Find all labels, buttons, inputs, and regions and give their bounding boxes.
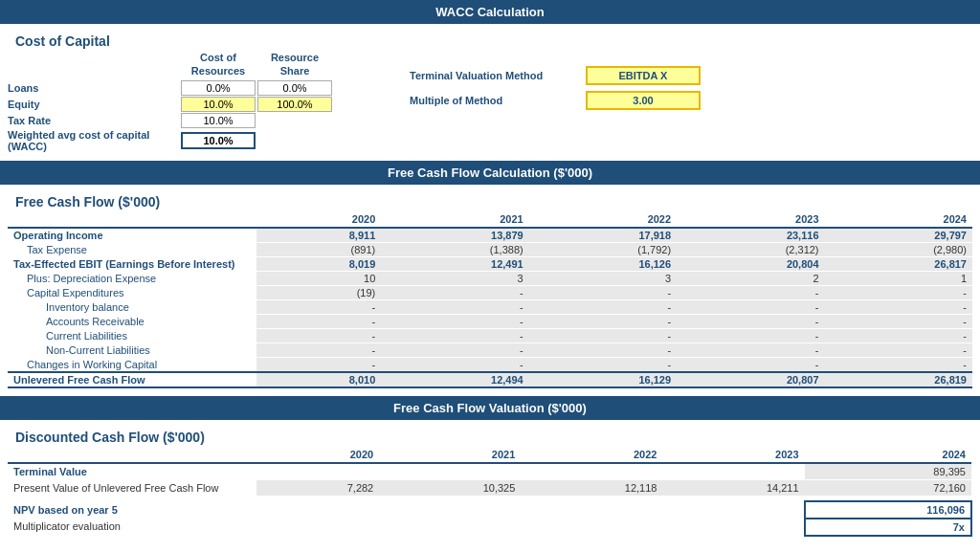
fcf-year-2024: 2024: [825, 211, 972, 228]
dcf-table: 2020 2021 2022 2023 2024 Terminal Value …: [8, 447, 972, 537]
wacc-col-headers: Cost ofResources ResourceShare: [8, 51, 371, 78]
dcf-sub-header: Discounted Cash Flow ($'000): [8, 424, 972, 447]
wacc-left: Cost ofResources ResourceShare Loans 0.0…: [8, 51, 371, 153]
dcf-year-2020: 2020: [256, 447, 379, 463]
fcf-year-2022: 2022: [529, 211, 677, 228]
fcf-current-liabilities-row: Current Liabilities - - - - -: [8, 328, 972, 342]
wacc-row-equity: Equity 10.0% 100.0%: [8, 97, 371, 112]
fcf-valuation-header: Free Cash Flow Valuation ($'000): [0, 396, 980, 420]
fcf-unlevered-fcf-row: Unlevered Free Cash Flow 8,010 12,494 16…: [8, 372, 972, 387]
wacc-sub-header: Cost of Capital: [8, 28, 972, 51]
wacc-row-taxrate: Tax Rate 10.0%: [8, 113, 371, 128]
wacc-right: Terminal Valuation Method EBITDA X Multi…: [410, 51, 701, 110]
fcf-sub-header: Free Cash Flow ($'000): [8, 188, 972, 211]
fcf-accounts-receivable-row: Accounts Receivable - - - - -: [8, 314, 972, 328]
dcf-year-2023: 2023: [662, 447, 804, 463]
fcf-noncurrent-liabilities-row: Non-Current Liabilities - - - - -: [8, 342, 972, 357]
fcf-year-2021: 2021: [381, 211, 528, 228]
fcf-depreciation-row: Plus: Depreciation Expense 10 3 3 2 1: [8, 271, 972, 285]
fcf-working-capital-row: Changes in Working Capital - - - - -: [8, 357, 972, 372]
fcf-inventory-row: Inventory balance - - - - -: [8, 299, 972, 314]
fcf-capex-row: Capital Expenditures (19) - - - -: [8, 285, 972, 299]
fcf-year-header-row: 2020 2021 2022 2023 2024: [8, 211, 972, 228]
dcf-label-col-header: [8, 447, 256, 463]
terminal-valuation-row: Terminal Valuation Method EBITDA X: [410, 66, 701, 85]
dcf-year-2022: 2022: [521, 447, 662, 463]
dcf-year-2021: 2021: [379, 447, 521, 463]
dcf-pv-fcf-row: Present Value of Unlevered Free Cash Flo…: [8, 479, 971, 496]
fcf-calc-section: Free Cash Flow ($'000) 2020 2021 2022 20…: [0, 185, 980, 396]
fcf-operating-income-row: Operating Income 8,911 13,879 17,918 23,…: [8, 228, 972, 243]
wacc-row-loans: Loans 0.0% 0.0%: [8, 80, 371, 96]
multiple-method-row: Multiple of Method 3.00: [410, 91, 701, 110]
wacc-section-header: WACC Calculation: [0, 0, 980, 24]
fcf-year-2023: 2023: [677, 211, 824, 228]
col-header-share: ResourceShare: [256, 51, 333, 78]
dcf-section: Discounted Cash Flow ($'000) 2020 2021 2…: [0, 420, 980, 544]
fcf-tax-expense-row: Tax Expense (891) (1,388) (1,792) (2,312…: [8, 242, 972, 256]
dcf-npv-row: NPV based on year 5 116,096: [8, 501, 971, 519]
wacc-section: Cost of Capital Cost ofResources Resourc…: [0, 24, 980, 161]
fcf-year-2020: 2020: [256, 211, 381, 228]
dcf-mult-row: Multiplicator evaluation 7x: [8, 519, 971, 536]
dcf-year-header-row: 2020 2021 2022 2023 2024: [8, 447, 971, 463]
fcf-calc-header: Free Cash Flow Calculation ($'000): [0, 161, 980, 185]
dcf-year-2024: 2024: [805, 447, 971, 463]
wacc-grid: Cost ofResources ResourceShare Loans 0.0…: [8, 51, 972, 153]
fcf-tax-effected-ebit-row: Tax-Effected EBIT (Earnings Before Inter…: [8, 256, 972, 271]
dcf-terminal-value-row: Terminal Value 89,395: [8, 463, 971, 480]
fcf-label-col-header: [8, 211, 256, 228]
wacc-row-wacc: Weighted avg cost of capital (WACC) 10.0…: [8, 129, 371, 152]
col-header-cost: Cost ofResources: [180, 51, 256, 78]
fcf-table: 2020 2021 2022 2023 2024 Operating Incom…: [8, 211, 972, 388]
